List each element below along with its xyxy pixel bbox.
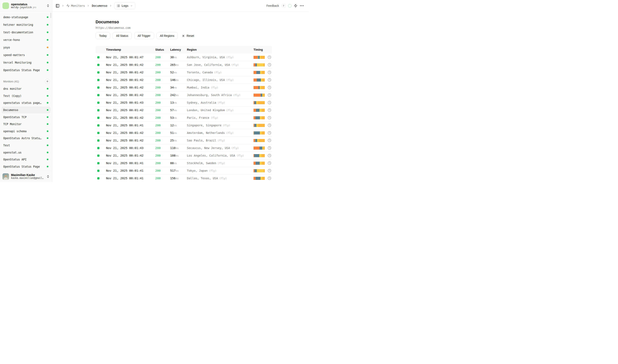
sidebar-item-label: OpenStatus Status Page bbox=[3, 68, 40, 72]
sidebar-monitor-dns-monitor[interactable]: dns monitor bbox=[2, 85, 51, 92]
row-region: Mumbai, India(fly) bbox=[187, 86, 254, 89]
sidebar-item-label: openstat.us bbox=[3, 151, 21, 154]
status-dot bbox=[47, 137, 48, 139]
log-table-row[interactable]: Nov 21, 2025 00:01:42 200 53ms Paris, Fr… bbox=[96, 114, 272, 122]
list-icon bbox=[117, 4, 120, 7]
log-table-row[interactable]: Nov 21, 2025 00:01:42 200 51ms Amsterdam… bbox=[96, 129, 272, 137]
sidebar-item-label: Documenso bbox=[3, 108, 18, 112]
row-latency: 53ms bbox=[170, 116, 187, 119]
timing-segment-ttfb bbox=[256, 124, 258, 127]
timing-bar bbox=[254, 162, 265, 165]
sidebar-monitor-openstatus-tcp[interactable]: OpenStatus TCP bbox=[2, 113, 51, 121]
timing-segment-transfer bbox=[262, 109, 265, 112]
reset-filters-button[interactable]: Reset bbox=[182, 34, 194, 37]
top-bar-actions: Feedback F bbox=[266, 4, 304, 8]
user-menu[interactable]: Maximilian Kaske kaske.maximilian@gmail… bbox=[0, 171, 52, 182]
sidebar-page-vercel-monitoring[interactable]: Vercel Monitoring bbox=[2, 59, 51, 66]
column-header-latency[interactable]: Latency bbox=[170, 48, 187, 51]
row-status-code: 200 bbox=[155, 154, 170, 157]
page-content: Documenso https://documenso.com TodayAll… bbox=[52, 12, 309, 182]
row-status-dot bbox=[97, 177, 100, 180]
timing-segment-ttfb bbox=[260, 131, 262, 134]
log-table-row[interactable]: Nov 21, 2025 00:01:42 200 52ms Toronto, … bbox=[96, 69, 272, 76]
sidebar-page-speed-matters[interactable]: speed-matters bbox=[2, 51, 51, 59]
sidebar-page-hetzner-monitoring[interactable]: hetzner monitoring bbox=[2, 21, 51, 28]
main-panel: Monitors Documenso Logs Feedback F bbox=[52, 0, 309, 182]
row-timestamp: Nov 21, 2025 00:01:42 bbox=[106, 116, 155, 119]
sidebar-monitor-openstatus-status-page[interactable]: openstatus status page… bbox=[2, 99, 51, 106]
app-window: openstatus moldy-joystick pro demo-statu… bbox=[0, 0, 309, 182]
row-region: Chicago, Illinois, USA(fly) bbox=[187, 78, 254, 81]
column-header-status[interactable]: Status bbox=[155, 48, 170, 51]
row-timing bbox=[254, 116, 272, 119]
sidebar-page-verce-hono[interactable]: verce-hono bbox=[2, 36, 51, 43]
log-table-row[interactable]: Nov 21, 2025 00:01:42 200 108ms Los Ange… bbox=[96, 152, 272, 159]
log-table-row[interactable]: Nov 21, 2025 00:01:42 200 25ms Sao Paulo… bbox=[96, 137, 272, 144]
sidebar-monitor-openstatus-status-page[interactable]: OpenStatus Status Page bbox=[2, 163, 51, 170]
feedback-button[interactable]: Feedback bbox=[266, 4, 279, 7]
sidebar-item-label: test-documentation bbox=[3, 31, 33, 34]
timing-segment-transfer bbox=[261, 154, 265, 157]
timing-segment-tls bbox=[255, 139, 257, 142]
column-header-timing[interactable]: Timing bbox=[254, 48, 272, 51]
timing-bar bbox=[254, 86, 265, 89]
row-timing bbox=[254, 176, 272, 180]
sidebar-scrollbar-thumb[interactable] bbox=[50, 13, 51, 18]
log-table-row[interactable]: Nov 21, 2025 00:01:42 200 146ms Chicago,… bbox=[96, 76, 272, 84]
sidebar-monitor-tcp-monitor[interactable]: TCP Monitor bbox=[2, 121, 51, 128]
log-table-row[interactable]: Nov 21, 2025 00:01:43 200 13ms Sydney, A… bbox=[96, 99, 272, 106]
timing-segment-ttfb bbox=[260, 177, 262, 180]
sidebar-page-openstatus-status-page[interactable]: OpenStatus Status Page bbox=[2, 66, 51, 74]
sidebar-monitor-test[interactable]: Test bbox=[2, 142, 51, 149]
more-menu-button[interactable] bbox=[300, 4, 304, 7]
sidebar-toggle-button[interactable] bbox=[56, 4, 59, 8]
log-table-row[interactable]: Nov 21, 2025 00:01:42 200 57ms London, U… bbox=[96, 106, 272, 114]
timing-bar bbox=[254, 78, 265, 81]
timing-segment-transfer bbox=[262, 177, 265, 180]
log-table-row[interactable]: Nov 21, 2025 00:01:42 200 34ms Mumbai, I… bbox=[96, 84, 272, 91]
sidebar-monitor-test-copy[interactable]: Test (Copy) bbox=[2, 92, 51, 100]
sidebar-page-demo-statuspage[interactable]: demo-statuspage bbox=[2, 13, 51, 21]
filter-button-today[interactable]: Today bbox=[96, 32, 110, 39]
chevron-down-icon bbox=[130, 4, 133, 7]
command-menu-button[interactable] bbox=[294, 4, 297, 8]
timing-segment-transfer bbox=[263, 94, 265, 97]
log-table-row[interactable]: Nov 21, 2025 00:01:42 200 242ms Johannes… bbox=[96, 91, 272, 99]
status-dot bbox=[47, 62, 48, 63]
sidebar-monitor-documenso[interactable]: Documenso bbox=[2, 106, 51, 114]
sidebar-page-test-documentation[interactable]: test-documentation bbox=[2, 28, 51, 36]
filter-button-all-status[interactable]: All Status bbox=[113, 32, 131, 39]
chevrons-up-down-icon[interactable] bbox=[46, 175, 50, 178]
column-header-region[interactable]: Region bbox=[187, 48, 254, 51]
sidebar-page-yoyo[interactable]: yoyo bbox=[2, 43, 51, 51]
system-status-dot[interactable] bbox=[288, 4, 291, 7]
timing-segment-dns bbox=[254, 177, 256, 180]
row-region: Ashburn, Virginia, USA(fly) bbox=[187, 56, 254, 59]
breadcrumb-page[interactable]: Documenso bbox=[92, 4, 107, 7]
log-table-row[interactable]: Nov 21, 2025 00:01:47 200 30ms Ashburn, … bbox=[96, 53, 272, 61]
log-table-row[interactable]: Nov 21, 2025 00:01:42 200 265ms San Jose… bbox=[96, 61, 272, 69]
timing-segment-tls bbox=[255, 169, 257, 172]
column-header-timestamp[interactable]: Timestamp bbox=[106, 48, 155, 51]
sidebar-monitor-openapi-schema[interactable]: openapi schema bbox=[2, 128, 51, 135]
row-latency: 265ms bbox=[170, 63, 187, 66]
filter-button-all-regions[interactable]: All Regions bbox=[156, 32, 178, 39]
view-selector-logs[interactable]: Logs bbox=[114, 2, 135, 9]
status-dot bbox=[47, 54, 48, 56]
log-table-row[interactable]: Nov 21, 2025 00:01:41 200 12ms Singapore… bbox=[96, 122, 272, 129]
log-table-row[interactable]: Nov 21, 2025 00:01:41 200 156ms Dallas, … bbox=[96, 175, 272, 182]
chevrons-up-down-icon[interactable] bbox=[46, 4, 50, 7]
row-region: Tokyo, Japan(fly) bbox=[187, 169, 254, 172]
log-table-row[interactable]: Nov 21, 2025 00:01:43 200 110ms Secaucus… bbox=[96, 144, 272, 152]
sidebar-monitor-openstat-us[interactable]: openstat.us bbox=[2, 149, 51, 156]
row-region: Johannesburg, South Africa(fly) bbox=[187, 93, 254, 97]
add-monitor-button[interactable] bbox=[45, 79, 50, 84]
breadcrumb-monitors[interactable]: Monitors bbox=[66, 4, 85, 7]
workspace-switcher[interactable]: openstatus moldy-joystick pro bbox=[0, 0, 52, 12]
log-table-row[interactable]: Nov 21, 2025 00:01:41 200 88ms Stockholm… bbox=[96, 159, 272, 167]
filter-button-all-trigger[interactable]: All Trigger bbox=[134, 32, 154, 39]
log-table-row[interactable]: Nov 21, 2025 00:01:41 200 517ms Tokyo, J… bbox=[96, 167, 272, 175]
sidebar-monitor-openstatus-api[interactable]: OpenStatus API bbox=[2, 156, 51, 163]
sidebar-monitor-openstatus-astro-statu[interactable]: OpenStatus Astro Statu… bbox=[2, 135, 51, 142]
status-dot bbox=[47, 39, 48, 41]
